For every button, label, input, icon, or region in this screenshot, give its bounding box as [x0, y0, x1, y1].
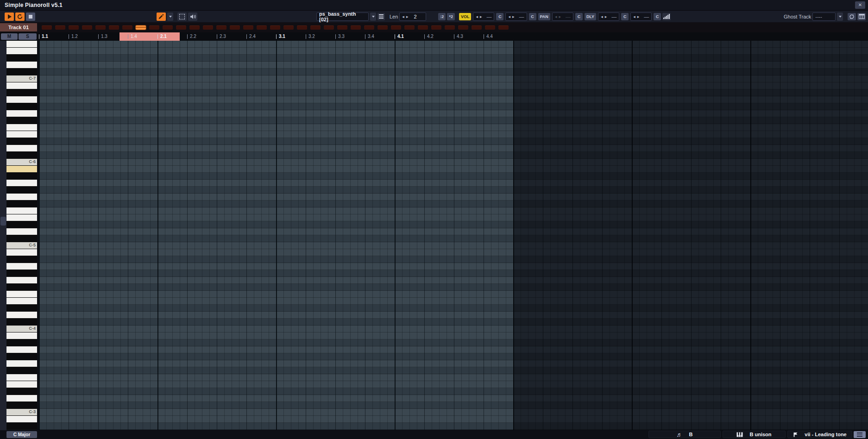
piano-key-a6[interactable] [6, 96, 37, 103]
piano-key-cs6[interactable] [6, 152, 37, 159]
piano-key-as5[interactable] [6, 173, 37, 180]
pattern-step[interactable] [69, 25, 79, 30]
grid-row[interactable] [39, 326, 868, 332]
grid-row[interactable] [39, 395, 868, 402]
piano-key-c5[interactable]: C-5 [6, 242, 37, 249]
piano-key-d6[interactable] [6, 145, 37, 152]
piano-key-g4[interactable] [6, 277, 37, 284]
pattern-step[interactable] [498, 25, 509, 30]
pattern-step[interactable] [297, 25, 307, 30]
piano-key-fs5[interactable] [6, 201, 37, 207]
param-clear-button[interactable]: C [621, 13, 629, 20]
piano-key-d7[interactable] [6, 62, 37, 69]
grid-row[interactable] [39, 367, 868, 374]
piano-key-d3[interactable] [6, 395, 37, 402]
loop-region[interactable] [120, 32, 180, 41]
piano-key-b2[interactable] [6, 416, 37, 423]
grid-row[interactable] [39, 270, 868, 277]
grid-row[interactable] [39, 131, 868, 138]
piano-key-cs3[interactable] [6, 402, 37, 409]
piano-key-c4[interactable]: C-4 [6, 326, 37, 332]
pattern-step[interactable] [418, 25, 428, 30]
piano-key-ds4[interactable] [6, 305, 37, 312]
grid-row[interactable] [39, 298, 868, 305]
pattern-step[interactable] [310, 25, 321, 30]
pattern-step[interactable] [431, 25, 441, 30]
grid-row[interactable] [39, 256, 868, 263]
piano-key-as2[interactable] [6, 423, 37, 430]
scrollbar-handle[interactable] [0, 217, 6, 226]
pattern-step[interactable] [95, 25, 106, 30]
piano-key-f5[interactable] [6, 207, 37, 214]
pattern-step[interactable] [109, 25, 119, 30]
ghost-track-selector[interactable]: ---- [812, 13, 836, 21]
piano-key-cs5[interactable] [6, 235, 37, 242]
grid-row[interactable] [39, 423, 868, 430]
piano-key-b6[interactable] [6, 82, 37, 89]
pattern-step[interactable] [149, 25, 159, 30]
grid-row[interactable] [39, 180, 868, 187]
grid-row[interactable] [39, 346, 868, 353]
grid-row[interactable] [39, 291, 868, 298]
piano-key-ds7[interactable] [6, 55, 37, 62]
pattern-step[interactable] [458, 25, 468, 30]
piano-key-e6[interactable] [6, 131, 37, 138]
pattern-step[interactable] [203, 25, 213, 30]
param-clear-button[interactable]: C [654, 13, 661, 20]
pattern-step[interactable] [230, 25, 240, 30]
piano-key-b4[interactable] [6, 249, 37, 256]
ghost-track-dropdown-button[interactable] [837, 13, 843, 21]
grid-row[interactable] [39, 110, 868, 117]
pattern-step[interactable] [189, 25, 200, 30]
grid-row[interactable] [39, 228, 868, 235]
piano-key-d4[interactable] [6, 312, 37, 319]
piano-key-as3[interactable] [6, 339, 37, 346]
scale-button[interactable]: C Major [6, 431, 37, 438]
stop-button[interactable] [26, 13, 35, 21]
pattern-step[interactable] [55, 25, 65, 30]
double-length-button[interactable]: *2 [447, 13, 455, 20]
piano-key-e4[interactable] [6, 298, 37, 305]
piano-key-ds5[interactable] [6, 221, 37, 228]
halve-length-button[interactable]: :2 [438, 13, 446, 20]
pattern-step[interactable] [82, 25, 92, 30]
piano-key-ds6[interactable] [6, 138, 37, 145]
pattern-step[interactable] [445, 25, 455, 30]
grid-row[interactable] [39, 388, 868, 395]
grid-row[interactable] [39, 194, 868, 201]
grid-row[interactable] [39, 263, 868, 270]
piano-key-c3[interactable]: C-3 [6, 409, 37, 416]
grid-row[interactable] [39, 96, 868, 103]
piano-key-a4[interactable] [6, 263, 37, 270]
grid-row[interactable] [39, 166, 868, 173]
solo-button[interactable]: S [19, 33, 37, 40]
pencil-tool-button[interactable] [157, 13, 166, 21]
piano-key-b3[interactable] [6, 332, 37, 339]
grid-row[interactable] [39, 235, 868, 242]
pattern-step[interactable] [163, 25, 173, 30]
param-label-pan-button[interactable]: PAN [538, 13, 550, 20]
param-prev-icon[interactable]: ◂ [633, 13, 635, 20]
grid-row[interactable] [39, 332, 868, 339]
piano-key-c7[interactable]: C-7 [6, 75, 37, 82]
pattern-step-active[interactable] [136, 25, 146, 30]
grid-row[interactable] [39, 89, 868, 96]
pattern-step[interactable] [216, 25, 226, 30]
grid-row[interactable] [39, 277, 868, 284]
piano-key-gs3[interactable] [6, 353, 37, 360]
vertical-scrollbar[interactable] [0, 41, 6, 430]
param-next-icon[interactable]: ▸ [637, 13, 640, 20]
grid-row[interactable] [39, 207, 868, 214]
len-prev-icon[interactable]: ◂ [402, 13, 404, 20]
grid-row[interactable] [39, 242, 868, 249]
len-next-icon[interactable]: ▸ [406, 13, 409, 20]
pattern-step[interactable] [243, 25, 253, 30]
pattern-step[interactable] [257, 25, 267, 30]
grid-row[interactable] [39, 55, 868, 62]
grid-row[interactable] [39, 117, 868, 124]
pattern-step[interactable] [351, 25, 361, 30]
piano-key-a5[interactable] [6, 180, 37, 187]
piano-key-g3[interactable] [6, 360, 37, 367]
pattern-step[interactable] [176, 25, 186, 30]
grid-row[interactable] [39, 138, 868, 145]
